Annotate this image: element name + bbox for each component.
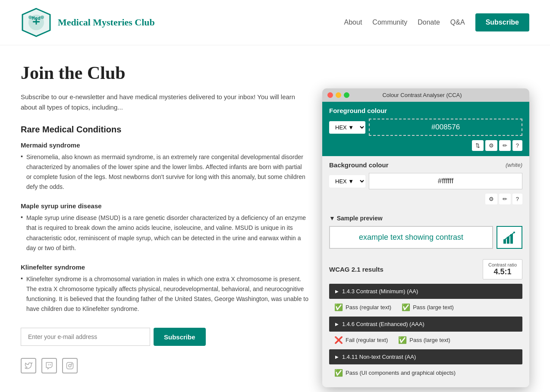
svg-point-8	[69, 364, 71, 367]
bg-controls: ⚙ ✏ ?	[329, 194, 522, 204]
result-143-large: ✅ Pass (large text)	[402, 303, 454, 311]
fg-hex-input[interactable]	[369, 119, 522, 136]
logo-icon: Med	[21, 7, 52, 38]
fail-icon-146-regular: ❌	[334, 336, 343, 344]
cca-title: Colour Contrast Analyser (CCA)	[355, 92, 490, 98]
condition-item-klinefelter: ▪ Klinefelter syndrome is a chromosomal …	[21, 274, 308, 314]
wcag-row-146[interactable]: ▶ 1.4.6 Contrast (Enhanced) (AAA)	[329, 317, 522, 332]
fg-format-select[interactable]: HEX ▼	[329, 121, 365, 134]
wcag-results-146: ❌ Fail (regular text) ✅ Pass (large text…	[329, 332, 522, 348]
twitch-icon[interactable]	[41, 358, 57, 373]
subscribe-form: Subscribe	[21, 328, 308, 346]
form-subscribe-button[interactable]: Subscribe	[154, 328, 206, 346]
nav-donate[interactable]: Donate	[418, 19, 440, 26]
fg-input-row: HEX ▼	[329, 119, 522, 136]
condition-title-maple: Maple syrup urine disease	[21, 202, 308, 210]
fg-adjust-button[interactable]: ⚙	[485, 140, 497, 151]
bullet-mermaid: ▪	[21, 153, 23, 192]
nav-community[interactable]: Community	[372, 19, 407, 26]
pass-icon-146-large: ✅	[398, 336, 407, 344]
wcag-row-label-1411: 1.4.11 Non-text Contrast (AA)	[342, 354, 416, 360]
bg-format-select[interactable]: HEX ▼	[329, 175, 365, 188]
condition-text-klinefelter: Klinefelter syndrome is a chromosomal va…	[26, 274, 308, 314]
bg-input-row: HEX ▼	[329, 173, 522, 189]
bg-label-row: Background colour (white)	[329, 161, 522, 169]
contrast-ratio-label: Contrast ratio	[488, 262, 517, 267]
wcag-row-143[interactable]: ▶ 1.4.3 Contrast (Minimum) (AA)	[329, 284, 522, 299]
section-title: Rare Medical Conditions	[21, 125, 308, 135]
wcag-results-1411: ✅ Pass (UI components and graphical obje…	[329, 365, 522, 380]
nav-about[interactable]: About	[344, 19, 362, 26]
fg-swap-button[interactable]: ⇅	[472, 140, 484, 151]
wcag-results-143: ✅ Pass (regular text) ✅ Pass (large text…	[329, 300, 522, 315]
result-text-146-large: Pass (large text)	[409, 337, 450, 343]
fg-controls: ⇅ ⚙ ✏ ?	[329, 140, 522, 151]
bg-help-button[interactable]: ?	[512, 194, 522, 204]
close-button[interactable]	[327, 92, 333, 98]
result-text-143-regular: Pass (regular text)	[346, 304, 391, 310]
preview-content: example text showing contrast	[329, 226, 522, 249]
nav-qa[interactable]: Q&A	[450, 19, 465, 26]
svg-point-5	[28, 16, 32, 19]
bullet-maple: ▪	[21, 214, 23, 253]
wcag-row-label-146: 1.4.6 Contrast (Enhanced) (AAA)	[342, 321, 424, 327]
site-title: Medical Mysteries Club	[58, 17, 155, 28]
svg-point-9	[71, 364, 72, 364]
svg-rect-7	[67, 363, 73, 369]
condition-text-maple: Maple syrup urine disease (MSUD) is a ra…	[26, 213, 308, 253]
chart-icon	[503, 231, 516, 245]
result-text-143-large: Pass (large text)	[413, 304, 454, 310]
preview-header: ▼ Sample preview	[329, 215, 522, 222]
preview-label: ▼ Sample preview	[329, 215, 383, 222]
bg-eyedropper-button[interactable]: ✏	[499, 194, 511, 204]
cca-titlebar: Colour Contrast Analyser (CCA)	[322, 88, 529, 102]
result-143-regular: ✅ Pass (regular text)	[334, 303, 391, 311]
result-text-1411-ui: Pass (UI components and graphical object…	[346, 370, 456, 376]
wcag-label: WCAG 2.1 results	[329, 266, 383, 273]
bg-label: Background colour	[329, 161, 389, 169]
intro-text: Subscribe to our e-newsletter and have m…	[21, 92, 308, 113]
condition-klinefelter: Klinefelter syndrome ▪ Klinefelter syndr…	[21, 263, 308, 314]
bg-adjust-button[interactable]: ⚙	[485, 194, 497, 204]
contrast-ratio-value: 4.5:1	[488, 267, 517, 276]
fg-help-button[interactable]: ?	[512, 140, 522, 151]
fg-eyedropper-button[interactable]: ✏	[499, 140, 511, 151]
email-input[interactable]	[21, 328, 150, 346]
condition-item-mermaid: ▪ Sirenomelia, also known as mermaid syn…	[21, 152, 308, 192]
sample-text-box: example text showing contrast	[329, 226, 493, 249]
fg-label: Foreground colour	[329, 107, 522, 114]
condition-text-mermaid: Sirenomelia, also known as mermaid syndr…	[26, 152, 308, 192]
svg-point-6	[41, 16, 44, 19]
result-text-146-regular: Fail (regular text)	[346, 337, 388, 343]
instagram-icon[interactable]	[62, 358, 78, 373]
result-146-large: ✅ Pass (large text)	[398, 336, 450, 344]
wcag-triangle-146: ▶	[335, 322, 339, 326]
content-area: Join the Club Subscribe to our e-newslet…	[21, 63, 308, 387]
header-subscribe-button[interactable]: Subscribe	[475, 13, 529, 31]
wcag-header-row: WCAG 2.1 results Contrast ratio 4.5:1	[329, 259, 522, 279]
main-nav: About Community Donate Q&A Subscribe	[344, 13, 529, 31]
chart-icon-box[interactable]	[497, 226, 522, 249]
twitter-icon[interactable]	[21, 358, 36, 373]
wcag-row-1411[interactable]: ▶ 1.4.11 Non-text Contrast (AA)	[329, 349, 522, 364]
condition-mermaid: Mermaid syndrome ▪ Sirenomelia, also kno…	[21, 141, 308, 192]
site-header: Med Medical Mysteries Club About Communi…	[0, 0, 550, 45]
main-content: Join the Club Subscribe to our e-newslet…	[0, 45, 550, 392]
cca-window: Colour Contrast Analyser (CCA) Foregroun…	[322, 88, 529, 387]
fg-section: Foreground colour HEX ▼ ⇅ ⚙ ✏ ?	[322, 102, 529, 156]
result-146-regular: ❌ Fail (regular text)	[334, 336, 388, 344]
social-icons	[21, 358, 308, 373]
traffic-lights	[327, 92, 349, 98]
wcag-triangle-1411: ▶	[335, 354, 339, 359]
bg-section: Background colour (white) HEX ▼ ⚙ ✏ ?	[322, 156, 529, 210]
maximize-button[interactable]	[344, 92, 349, 98]
bg-hex-input[interactable]	[369, 173, 522, 189]
wcag-row-label-143: 1.4.3 Contrast (Minimum) (AA)	[342, 288, 418, 295]
sample-text: example text showing contrast	[359, 233, 463, 242]
logo-area: Med Medical Mysteries Club	[21, 7, 155, 38]
condition-maple: Maple syrup urine disease ▪ Maple syrup …	[21, 202, 308, 253]
contrast-ratio-box: Contrast ratio 4.5:1	[483, 259, 522, 279]
bg-white-label: (white)	[506, 162, 522, 168]
minimize-button[interactable]	[336, 92, 341, 98]
preview-section: ▼ Sample preview example text showing co…	[322, 210, 529, 254]
